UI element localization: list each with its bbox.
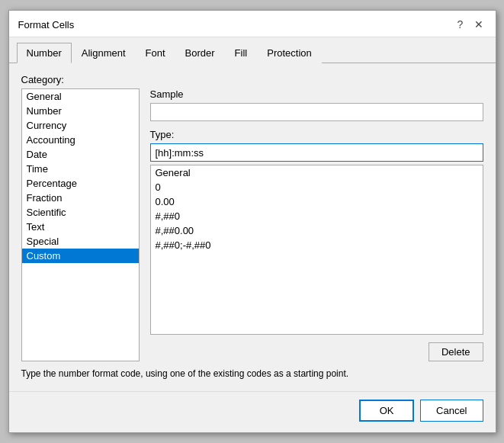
category-label: Category: <box>21 74 483 85</box>
tab-number[interactable]: Number <box>17 43 72 63</box>
type-input[interactable] <box>150 143 483 162</box>
tab-fill[interactable]: Fill <box>225 43 258 63</box>
tab-alignment[interactable]: Alignment <box>72 43 136 63</box>
format-cells-dialog: Format Cells ? ✕ Number Alignment Font B… <box>8 10 496 433</box>
category-list[interactable]: General Number Currency Accounting Date … <box>21 88 140 361</box>
right-panel: Sample Type: General 0 0.00 #,##0 #,##0.… <box>150 88 483 361</box>
tab-font[interactable]: Font <box>136 43 175 63</box>
hint-text: Type the number format code, using one o… <box>21 368 483 380</box>
type-list[interactable]: General 0 0.00 #,##0 #,##0.00 #,##0;-#,#… <box>150 165 483 335</box>
title-bar-buttons: ? ✕ <box>453 17 486 32</box>
category-item-number[interactable]: Number <box>22 104 139 118</box>
main-content: Category: General Number Currency Accoun… <box>9 63 496 391</box>
main-area: General Number Currency Accounting Date … <box>21 88 483 361</box>
category-item-scientific[interactable]: Scientific <box>22 205 139 220</box>
cancel-button[interactable]: Cancel <box>420 400 483 422</box>
sample-label: Sample <box>150 88 483 100</box>
category-item-time[interactable]: Time <box>22 162 139 176</box>
close-button[interactable]: ✕ <box>471 17 486 32</box>
dialog-footer: OK Cancel <box>9 391 496 432</box>
title-bar: Format Cells ? ✕ <box>9 11 496 37</box>
category-item-custom[interactable]: Custom <box>22 249 139 263</box>
category-item-currency[interactable]: Currency <box>22 118 139 133</box>
tabs-bar: Number Alignment Font Border Fill Protec… <box>9 37 496 63</box>
type-item-hash##0[interactable]: #,##0 <box>151 209 483 223</box>
type-item-0[interactable]: 0 <box>151 180 483 194</box>
category-item-special[interactable]: Special <box>22 234 139 249</box>
type-label: Type: <box>150 129 483 140</box>
type-section: Type: General 0 0.00 #,##0 #,##0.00 #,##… <box>150 129 483 335</box>
type-item-hash##0-neg[interactable]: #,##0;-#,##0 <box>151 238 483 252</box>
category-item-fraction[interactable]: Fraction <box>22 191 139 205</box>
category-list-container: General Number Currency Accounting Date … <box>21 88 140 361</box>
type-item-hash##0.00[interactable]: #,##0.00 <box>151 223 483 238</box>
category-item-general[interactable]: General <box>22 89 139 104</box>
ok-button[interactable]: OK <box>359 400 414 422</box>
type-item-general[interactable]: General <box>151 165 483 180</box>
dialog-title: Format Cells <box>18 19 75 30</box>
sample-box <box>150 103 483 121</box>
help-button[interactable]: ? <box>453 17 468 32</box>
tab-border[interactable]: Border <box>175 43 225 63</box>
category-item-accounting[interactable]: Accounting <box>22 133 139 147</box>
type-item-0.00[interactable]: 0.00 <box>151 194 483 209</box>
tab-protection[interactable]: Protection <box>257 43 322 63</box>
delete-button[interactable]: Delete <box>429 342 483 361</box>
category-item-text[interactable]: Text <box>22 220 139 234</box>
category-item-date[interactable]: Date <box>22 147 139 162</box>
sample-section: Sample <box>150 88 483 121</box>
delete-row: Delete <box>150 342 483 361</box>
category-item-percentage[interactable]: Percentage <box>22 176 139 191</box>
